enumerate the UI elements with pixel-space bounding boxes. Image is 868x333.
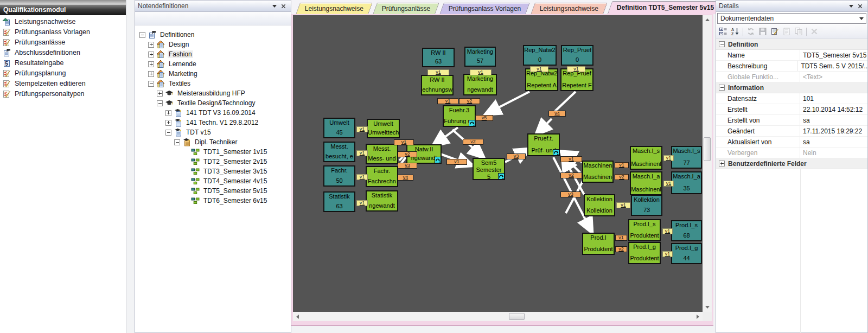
diagram-node-score-prod-i-g[interactable]: Prod.I_g44 [671, 243, 702, 264]
scroll-left-button[interactable] [293, 312, 302, 321]
version-badge-v2-14[interactable]: v2 [459, 98, 480, 104]
version-badge-v5-19[interactable]: v5 [475, 115, 493, 121]
diagram-node-score-marketing[interactable]: Marketing57 [464, 47, 496, 67]
sidebar-item-pr-fungsanl-sse[interactable]: Prüfungsanlässe [0, 37, 126, 47]
version-badge-v1-11[interactable]: v1 [662, 228, 673, 234]
property-row-globale-funktio[interactable]: Globale Funktio...<Text> [716, 72, 867, 82]
version-badge-v1-27[interactable]: v1 [615, 162, 629, 168]
vertical-scroll-thumb[interactable] [704, 137, 711, 161]
version-badge-v1-9[interactable]: v1 [663, 181, 674, 187]
tab-pr-fungsanl-sse[interactable]: Prüfungsanlässe [373, 3, 439, 14]
tree-item-tdt3-semester-3v15[interactable]: TDT3_Semester 3v15 [135, 166, 291, 176]
diagram-node-course-prod-i-s[interactable]: Prod.I_sProduktent [628, 219, 661, 241]
version-badge-v1-5[interactable]: v1 [356, 150, 368, 156]
tree-item-design[interactable]: Design [135, 40, 291, 49]
scroll-right-button[interactable] [693, 312, 703, 321]
diagram-node-course-masch-i-s[interactable]: Masch.I_sMaschinenl [630, 146, 662, 170]
tree-item-141-tdt-v3-16-09-2014[interactable]: 141 TDT V3 16.09.2014 [135, 108, 291, 118]
expand-icon[interactable] [165, 110, 171, 116]
version-badge-v1-29[interactable]: v1 [615, 235, 627, 241]
version-badge-v4-23[interactable]: v4 [548, 111, 566, 117]
tab-pr-fungsanlass-vorlagen[interactable]: Prüfungsanlass Vorlagen [440, 3, 531, 14]
diagram-node-score-masch-i-s[interactable]: Masch.I_s77 [671, 146, 702, 169]
horizontal-scroll-thumb[interactable] [509, 313, 525, 320]
refresh-icon[interactable] [435, 157, 442, 164]
collapse-icon[interactable] [719, 41, 725, 47]
property-row-aktualisiert-von[interactable]: Aktualisiert vonsa [716, 137, 867, 148]
diagram-node-score-rw-ii[interactable]: RW II63 [422, 48, 455, 67]
version-badge-v1-13[interactable]: v1 [437, 98, 458, 104]
refresh-icon[interactable] [498, 173, 505, 180]
version-badge-v2-20[interactable]: v2 [463, 139, 483, 145]
version-badge-v2-16[interactable]: v2 [398, 151, 417, 157]
property-row-erstellt[interactable]: Erstellt22.10.2014 14:52:12 [716, 104, 867, 115]
version-badge-v1-15[interactable]: v1 [394, 139, 414, 145]
diagram-node-course-prod-i[interactable]: Prod.IProduktent [582, 233, 615, 255]
sidebar-item-leistungsnachweise[interactable]: Leistungsnachweise [0, 16, 126, 27]
version-badge-v4-18[interactable]: v4 [398, 175, 413, 181]
diagram-node-score-rep-natw2[interactable]: Rep_Natw20 [523, 45, 557, 66]
tree-item-marketing[interactable]: Marketing [135, 69, 291, 79]
diagram-node-score-prod-i-s[interactable]: Prod.I_s68 [671, 220, 702, 241]
version-badge-v1-10[interactable]: v1 [616, 202, 630, 208]
collapse-icon[interactable] [165, 130, 171, 136]
vertical-scrollbar[interactable] [703, 15, 712, 312]
diagram-node-course-prod-i-g[interactable]: Prod.I_gProduktent [628, 242, 661, 264]
details-close-button[interactable] [856, 2, 865, 10]
sidebar-item-pr-fungsplanung[interactable]: Prüfungsplanung [0, 68, 126, 78]
tree-item-tdt5-semester-5v15[interactable]: TDT5_Semester 5v15 [135, 186, 291, 196]
tree-item-lernende[interactable]: Lernende [135, 59, 291, 69]
expand-icon[interactable] [148, 52, 154, 57]
toolbar-edit-button[interactable] [769, 26, 780, 37]
tree-item-textiles[interactable]: Textiles [135, 79, 291, 88]
expand-icon[interactable] [148, 42, 154, 48]
tree-item-tdt4-semester-4v15[interactable]: TDT4_Semester 4v15 [135, 176, 291, 186]
version-badge-v3-22[interactable]: v3 [507, 153, 526, 159]
version-badge-v3-26[interactable]: v3 [560, 191, 581, 197]
diagram-node-course-rw-ii[interactable]: RW IIechnungsw [421, 75, 454, 95]
tree-item-meisterausbildung-hfp[interactable]: Meisterausbildung HFP [135, 88, 291, 98]
diagram-node-course-kollektion[interactable]: KollektionKollektion [584, 194, 615, 216]
tree-item-tdt-v15[interactable]: TDT v15 [135, 127, 291, 137]
collapse-icon[interactable] [148, 81, 154, 87]
collapse-icon[interactable] [157, 100, 163, 106]
tab-leistungsnachweise[interactable]: Leistungsnachweise [296, 3, 373, 14]
property-row-verbergen[interactable]: VerbergenNein [716, 148, 867, 158]
property-row-beschreibung[interactable]: BeschreibungTDT5 Sem. 5 V 2015/... [716, 61, 867, 72]
version-badge-v2-28[interactable]: v2 [615, 174, 629, 180]
collapse-icon[interactable] [719, 85, 725, 91]
diagram-node-score-umwelt[interactable]: Umwelt45 [323, 118, 355, 138]
collapse-icon[interactable] [174, 139, 180, 145]
sidebar-item-stempelzeiten-editieren[interactable]: Stempelzeiten editieren [0, 78, 126, 88]
diagram-node-score-messt[interactable]: Messt.besucht, e [323, 142, 355, 162]
diagram-node-course-maschinen[interactable]: MaschinenMaschinen- [582, 161, 614, 183]
expand-icon[interactable] [719, 161, 725, 166]
diagram-node-course-statistik[interactable]: Statistikngewandt [366, 190, 398, 212]
version-badge-v1-21[interactable]: v1 [446, 159, 467, 165]
diagram-node-course-messt[interactable]: Messt.Mess- und [366, 144, 398, 164]
version-badge-v3-17[interactable]: v3 [398, 163, 417, 169]
horizontal-scrollbar[interactable] [293, 312, 703, 321]
refresh-icon[interactable] [553, 149, 560, 156]
version-badge-v2-30[interactable]: v2 [615, 246, 627, 252]
scroll-up-button[interactable] [703, 15, 712, 24]
tree-item-141-techn-v1-29-8-2012[interactable]: 141 Techn. V1 29.8.2012 [135, 118, 291, 127]
tree-item-dipl-techniker[interactable]: Dipl. Techniker [135, 137, 291, 147]
diagram-node-course-pruef-t[interactable]: Pruef.t.Prüf- und [527, 133, 560, 156]
document-data-select[interactable]: Dokumentendaten [717, 13, 866, 24]
property-group-benutzerdefinierte-felder[interactable]: Benutzerdefinierte Felder [716, 158, 867, 169]
version-badge-v1-0[interactable]: v1 [427, 69, 449, 75]
sidebar-item-pr-fungspersonaltypen[interactable]: Prüfungspersonaltypen [0, 88, 126, 99]
expand-icon[interactable] [148, 71, 154, 77]
version-badge-v1-1[interactable]: v1 [470, 69, 492, 75]
details-menu-button[interactable] [846, 2, 856, 10]
tree-item-tdt6-semester-6v15[interactable]: TDT6_Semester 6v15 [135, 196, 291, 206]
sidebar-item-resultateingabe[interactable]: 5Resultateingabe [0, 57, 126, 68]
property-row-datensatz[interactable]: Datensatz101 [716, 93, 867, 104]
tree-item-tdt1-semester-1v15[interactable]: TDT1_Semester 1v15 [135, 147, 291, 157]
diagram-node-score-statistik[interactable]: Statistik63 [323, 191, 355, 212]
diagram-node-course-sem5[interactable]: Sem5Semester 5 [473, 158, 505, 180]
version-badge-v1-12[interactable]: v1 [662, 251, 673, 257]
diagram-node-score-rep-pruef[interactable]: Rep_Pruef0 [561, 45, 593, 66]
tree-item-textile-design-technology[interactable]: Textile Design&Technology [135, 98, 291, 108]
